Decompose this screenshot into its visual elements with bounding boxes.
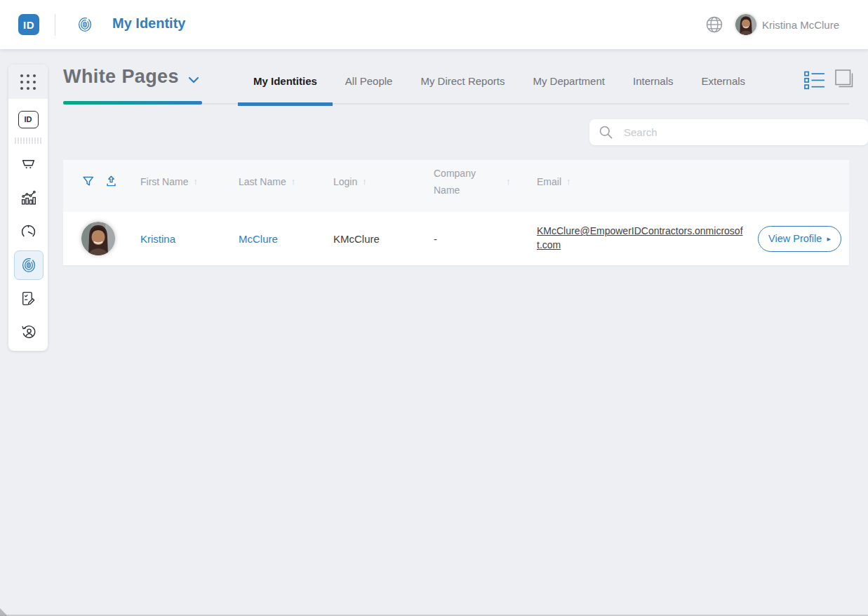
app-logo[interactable]: ID (18, 14, 39, 35)
person-return-icon (20, 323, 37, 341)
resize-corner (0, 608, 8, 616)
sidebar-item-placeholder (14, 133, 42, 147)
sort-arrow-icon: ↑ (193, 176, 198, 187)
column-header-company-name[interactable]: Company Name ↑ (434, 165, 537, 199)
table-header: First Name ↑ Last Name ↑ Login ↑ Company… (63, 160, 849, 213)
dashes-icon (15, 138, 41, 144)
globe-icon[interactable] (705, 15, 724, 34)
speedometer-icon (20, 223, 37, 241)
sidebar-item-reports[interactable] (14, 183, 42, 211)
sidebar-item-cart[interactable] (14, 149, 42, 178)
column-header-email[interactable]: Email ↑ (537, 176, 758, 187)
topbar-divider (55, 14, 55, 36)
column-header-last-name[interactable]: Last Name ↑ (239, 176, 333, 187)
tab-all-people[interactable]: All People (345, 75, 393, 87)
avatar (735, 14, 756, 35)
sort-arrow-icon: ↑ (566, 176, 571, 187)
cell-last-name[interactable]: McClure (239, 233, 333, 245)
arrow-right-icon: ▸ (827, 235, 831, 243)
sidebar-item-delegations[interactable] (14, 318, 42, 346)
chart-icon (20, 189, 37, 206)
cell-email: KMcClure@EmpowerIDContractors.onmicrosof… (537, 225, 758, 252)
sidebar-item-id[interactable]: ID (14, 105, 42, 133)
sidebar-item-tasks[interactable] (14, 284, 42, 312)
column-header-login[interactable]: Login ↑ (333, 176, 434, 187)
page-title-topbar: My Identity (112, 15, 185, 32)
tab-my-identities[interactable]: My Identities (253, 75, 317, 87)
fingerprint-icon (76, 16, 93, 33)
table-tools (63, 173, 140, 189)
chevron-down-icon[interactable] (186, 72, 201, 88)
email-link[interactable]: KMcClure@EmpowerIDContractors.onmicrosof… (537, 225, 746, 252)
sidebar-item-identity[interactable] (14, 250, 44, 280)
user-menu[interactable]: Kristina McClure (735, 13, 839, 36)
cell-first-name[interactable]: Kristina (140, 233, 239, 245)
table-row: Kristina McClure KMcClure - KMcClure@Emp… (63, 212, 849, 265)
tab-my-department[interactable]: My Department (533, 75, 605, 87)
sort-arrow-icon: ↑ (291, 176, 296, 187)
tab-my-direct-reports[interactable]: My Direct Reports (420, 75, 505, 87)
icon-sidebar: ID (8, 65, 48, 351)
list-view-icon[interactable] (804, 71, 826, 90)
tab-internals[interactable]: Internals (633, 75, 674, 87)
top-bar: ID My Identity Kristina McClure (0, 0, 868, 49)
search-box (589, 119, 868, 145)
cart-icon (20, 155, 37, 173)
sidebar-item-apps[interactable] (8, 65, 48, 99)
cell-login: KMcClure (333, 233, 434, 245)
export-icon[interactable] (103, 173, 119, 189)
avatar (81, 222, 115, 255)
sidebar-item-dashboard[interactable] (14, 217, 42, 246)
user-name: Kristina McClure (762, 19, 839, 31)
search-input[interactable] (622, 126, 859, 139)
card-view-icon[interactable] (834, 69, 855, 90)
search-icon (599, 125, 613, 140)
sort-arrow-icon: ↑ (506, 176, 511, 187)
filter-icon[interactable] (81, 174, 96, 189)
page-title: White Pages (63, 66, 179, 88)
fingerprint-icon (20, 257, 37, 274)
id-badge-icon: ID (18, 111, 39, 128)
column-header-first-name[interactable]: First Name ↑ (140, 176, 239, 187)
tasks-icon (20, 290, 37, 307)
tab-externals[interactable]: Externals (702, 75, 746, 87)
sort-arrow-icon: ↑ (362, 176, 367, 187)
apps-grid-icon (20, 74, 36, 90)
tab-bar: My Identities All People My Direct Repor… (253, 75, 745, 87)
title-underline (63, 101, 202, 105)
view-profile-button[interactable]: View Profile ▸ (758, 226, 841, 252)
cell-company-name: - (434, 233, 537, 245)
